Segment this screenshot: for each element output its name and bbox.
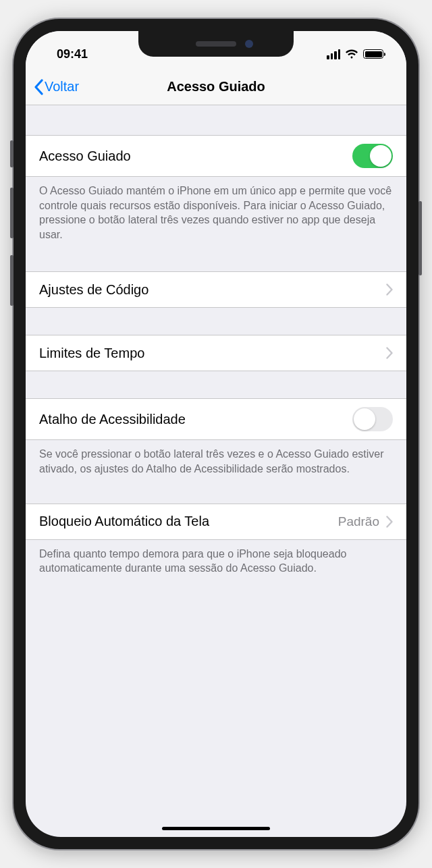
status-right xyxy=(327,49,387,59)
guided-access-footer: O Acesso Guiado mantém o iPhone em um ún… xyxy=(26,177,406,242)
accessibility-shortcut-footer: Se você pressionar o botão lateral três … xyxy=(26,440,406,476)
time-limits-row[interactable]: Limites de Tempo xyxy=(26,335,406,371)
volume-down xyxy=(10,255,14,306)
auto-lock-value: Padrão xyxy=(338,514,379,529)
accessibility-shortcut-row[interactable]: Atalho de Acessibilidade xyxy=(26,398,406,440)
status-time: 09:41 xyxy=(45,47,88,61)
chevron-right-icon xyxy=(386,516,393,528)
device-frame: 09:41 Voltar Acesso Guiado xyxy=(14,19,418,849)
speaker-grill xyxy=(196,41,236,47)
guided-access-toggle-row[interactable]: Acesso Guiado xyxy=(26,135,406,177)
row-label: Bloqueio Automático da Tela xyxy=(39,514,338,529)
guided-access-toggle[interactable] xyxy=(352,144,393,168)
cellular-signal-icon xyxy=(327,49,340,59)
side-button xyxy=(418,201,422,275)
row-label: Limites de Tempo xyxy=(39,346,386,361)
row-label: Acesso Guiado xyxy=(39,148,352,164)
nav-bar: Voltar Acesso Guiado xyxy=(26,69,406,105)
back-button[interactable]: Voltar xyxy=(34,79,79,95)
chevron-right-icon xyxy=(386,283,393,296)
row-label: Atalho de Acessibilidade xyxy=(39,412,352,427)
home-indicator[interactable] xyxy=(162,827,270,831)
notch xyxy=(138,31,294,57)
front-camera xyxy=(245,40,253,48)
passcode-settings-row[interactable]: Ajustes de Código xyxy=(26,271,406,308)
content: Acesso Guiado O Acesso Guiado mantém o i… xyxy=(26,105,406,576)
mute-switch xyxy=(10,140,14,167)
screen: 09:41 Voltar Acesso Guiado xyxy=(26,31,406,837)
volume-up xyxy=(10,188,14,238)
row-label: Ajustes de Código xyxy=(39,282,386,298)
nav-title: Acesso Guiado xyxy=(26,79,406,94)
battery-icon xyxy=(363,49,383,59)
chevron-left-icon xyxy=(34,79,43,95)
auto-lock-footer: Defina quanto tempo demora para que o iP… xyxy=(26,540,406,576)
auto-lock-row[interactable]: Bloqueio Automático da Tela Padrão xyxy=(26,504,406,540)
back-label: Voltar xyxy=(45,79,79,94)
chevron-right-icon xyxy=(386,347,393,359)
accessibility-shortcut-toggle[interactable] xyxy=(352,407,393,431)
wifi-icon xyxy=(345,49,358,59)
